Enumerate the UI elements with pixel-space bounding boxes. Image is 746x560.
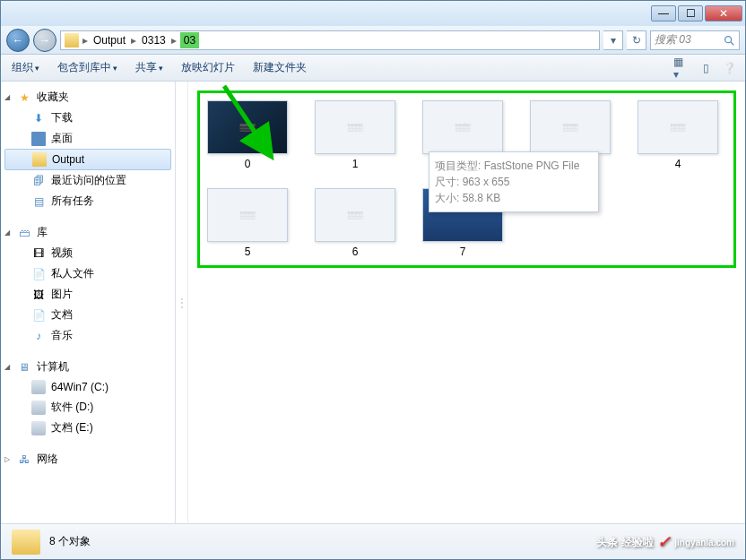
- drive-icon: [31, 401, 46, 415]
- thumbnail-image: ░░░: [315, 188, 395, 242]
- sidebar-item-pictures[interactable]: 🖼图片: [1, 284, 175, 305]
- forward-button[interactable]: →: [33, 29, 56, 52]
- titlebar: — ☐ ✕: [1, 1, 745, 26]
- breadcrumb[interactable]: ▸ Output ▸ 0313 ▸ 03: [60, 30, 600, 50]
- svg-point-0: [725, 36, 732, 42]
- network-icon: 🖧: [17, 452, 31, 467]
- library-icon: 🗃: [17, 226, 31, 240]
- thumbnail-image: ▒▒▒: [207, 100, 288, 154]
- search-placeholder: 搜索 03: [655, 32, 691, 47]
- file-thumb-4[interactable]: ░░░4: [638, 100, 718, 170]
- network-label: 网络: [37, 452, 58, 467]
- preview-pane-button[interactable]: ▯: [697, 59, 715, 77]
- folder-icon: [12, 530, 40, 555]
- sidebar-item-desktop[interactable]: 桌面: [1, 128, 175, 149]
- file-list[interactable]: ▒▒▒0 ░░░1 ░░░2 ░░░3 ░░░4 ░░░5 ░░░6 7 项目类…: [188, 82, 745, 523]
- file-thumb-6[interactable]: ░░░6: [315, 188, 395, 258]
- back-icon: ←: [13, 34, 23, 47]
- document-icon: 📄: [31, 267, 46, 281]
- item-count: 8 个对象: [49, 534, 91, 549]
- favorites-header[interactable]: ★收藏夹: [1, 87, 175, 108]
- drive-icon: [31, 421, 46, 435]
- recent-icon: 🗐: [31, 174, 46, 188]
- video-icon: 🎞: [31, 246, 46, 261]
- sidebar-item-private[interactable]: 📄私人文件: [1, 263, 175, 284]
- file-thumb-1[interactable]: ░░░1: [315, 100, 395, 170]
- refresh-button[interactable]: ↻: [627, 30, 646, 50]
- drive-icon: [31, 380, 46, 394]
- chevron-right-icon: ▸: [169, 34, 178, 47]
- sidebar-item-recent[interactable]: 🗐最近访问的位置: [1, 170, 175, 191]
- explorer-window: — ☐ ✕ ← → ▸ Output ▸ 0313 ▸ 03 ▾ ↻ 搜索 03…: [0, 0, 746, 560]
- sidebar-item-output[interactable]: Output: [4, 149, 171, 170]
- thumbnail-image: ░░░: [207, 188, 288, 242]
- crumb-03[interactable]: 03: [180, 32, 199, 48]
- svg-line-1: [731, 41, 734, 45]
- back-button[interactable]: ←: [6, 29, 30, 52]
- minimize-button[interactable]: —: [651, 5, 676, 22]
- file-tooltip: 项目类型: FastStone PNG File 尺寸: 963 x 655 大…: [429, 151, 599, 212]
- content-area: ★收藏夹 ⬇下载 桌面 Output 🗐最近访问的位置 ▤所有任务 🗃库 🎞视频…: [1, 82, 745, 523]
- close-button[interactable]: ✕: [705, 5, 742, 22]
- libraries-label: 库: [37, 225, 48, 240]
- forward-icon: →: [39, 34, 50, 47]
- libraries-header[interactable]: 🗃库: [1, 222, 175, 243]
- sidebar-item-tasks[interactable]: ▤所有任务: [1, 191, 175, 211]
- thumbnail-grid: ▒▒▒0 ░░░1 ░░░2 ░░░3 ░░░4 ░░░5 ░░░6 7 项目类…: [197, 90, 736, 268]
- favorites-label: 收藏夹: [37, 90, 69, 105]
- sidebar-item-drive-e[interactable]: 文档 (E:): [1, 418, 175, 438]
- watermark: 头条 经验啦 ✓ jingyanla.com: [596, 532, 734, 552]
- newfolder-button[interactable]: 新建文件夹: [249, 58, 310, 77]
- addressbar: ← → ▸ Output ▸ 0313 ▸ 03 ▾ ↻ 搜索 03: [1, 26, 745, 55]
- crumb-output[interactable]: Output: [91, 34, 127, 47]
- tooltip-type: 项目类型: FastStone PNG File: [435, 158, 593, 174]
- sidebar-item-videos[interactable]: 🎞视频: [1, 243, 175, 263]
- computer-header[interactable]: 🖥计算机: [1, 357, 175, 377]
- history-dropdown[interactable]: ▾: [603, 30, 623, 50]
- thumbnail-image: ░░░: [530, 100, 611, 154]
- share-button[interactable]: 共享: [132, 58, 167, 77]
- view-button[interactable]: ▦ ▾: [673, 59, 691, 77]
- tooltip-size: 大小: 58.8 KB: [435, 190, 593, 206]
- thumbnail-image: ░░░: [315, 100, 395, 154]
- close-icon: ✕: [719, 7, 728, 20]
- picture-icon: 🖼: [31, 288, 46, 302]
- include-button[interactable]: 包含到库中: [54, 58, 121, 77]
- organize-button[interactable]: 组织: [8, 58, 43, 77]
- navigation-pane: ★收藏夹 ⬇下载 桌面 Output 🗐最近访问的位置 ▤所有任务 🗃库 🎞视频…: [1, 82, 176, 523]
- pane-resizer[interactable]: ⋮: [176, 82, 188, 523]
- tooltip-dimensions: 尺寸: 963 x 655: [435, 174, 593, 190]
- network-header[interactable]: 🖧网络: [1, 449, 175, 470]
- file-thumb-5[interactable]: ░░░5: [207, 188, 288, 258]
- search-icon: [723, 34, 735, 47]
- toolbar: 组织 包含到库中 共享 放映幻灯片 新建文件夹 ▦ ▾ ▯ ❔: [1, 55, 745, 82]
- slideshow-button[interactable]: 放映幻灯片: [178, 58, 239, 77]
- sidebar-item-music[interactable]: ♪音乐: [1, 325, 175, 346]
- crumb-0313[interactable]: 0313: [140, 34, 168, 47]
- maximize-icon: ☐: [686, 7, 696, 20]
- chevron-right-icon: ▸: [129, 34, 138, 47]
- sidebar-item-drive-c[interactable]: 64Win7 (C:): [1, 377, 175, 397]
- download-icon: ⬇: [31, 111, 46, 125]
- document-icon: 📄: [31, 308, 46, 323]
- sidebar-item-documents[interactable]: 📄文档: [1, 305, 175, 325]
- help-button[interactable]: ❔: [720, 59, 738, 77]
- search-input[interactable]: 搜索 03: [650, 30, 740, 50]
- minimize-icon: —: [658, 7, 669, 20]
- maximize-button[interactable]: ☐: [678, 5, 703, 22]
- thumbnail-image: ░░░: [422, 100, 503, 154]
- thumbnail-image: ░░░: [638, 100, 718, 154]
- sidebar-item-downloads[interactable]: ⬇下载: [1, 108, 175, 128]
- folder-icon: [65, 33, 79, 47]
- folder-icon: [32, 152, 47, 167]
- tasks-icon: ▤: [31, 194, 46, 209]
- music-icon: ♪: [31, 329, 46, 343]
- star-icon: ★: [17, 90, 31, 105]
- chevron-right-icon: ▸: [81, 34, 90, 47]
- desktop-icon: [31, 132, 46, 146]
- computer-icon: 🖥: [17, 360, 31, 375]
- file-thumb-0[interactable]: ▒▒▒0: [207, 100, 288, 170]
- sidebar-item-drive-d[interactable]: 软件 (D:): [1, 397, 175, 418]
- computer-label: 计算机: [37, 359, 69, 375]
